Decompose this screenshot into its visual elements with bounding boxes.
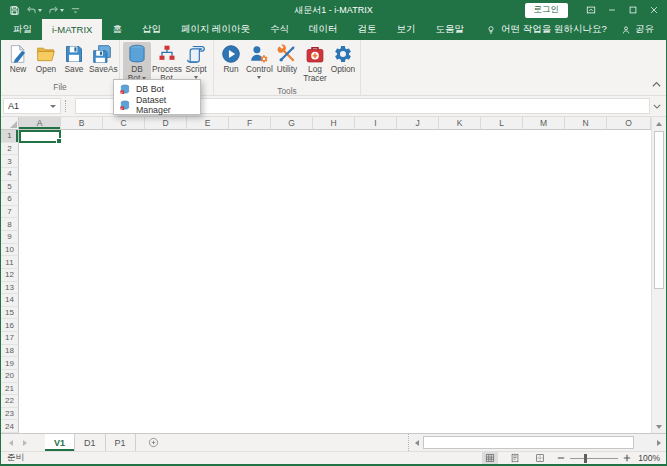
ribbon-tab-i-matrix[interactable]: i-MATRIX [42,19,102,40]
column-header-K[interactable]: K [439,117,481,130]
zoom-in-icon[interactable] [623,454,631,462]
column-header-I[interactable]: I [355,117,397,130]
login-button[interactable]: 로그인 [525,3,569,18]
column-header-M[interactable]: M [523,117,565,130]
column-header-C[interactable]: C [103,117,145,130]
ribbon-tab-삽입[interactable]: 삽입 [132,19,171,40]
sheet-tab-v1[interactable]: V1 [45,434,75,451]
utility-button[interactable]: Utility [273,42,301,75]
zoom-slider[interactable] [570,458,618,459]
column-header-F[interactable]: F [229,117,271,130]
row-header-20[interactable]: 20 [1,370,19,383]
name-box-caret[interactable] [50,105,56,108]
ribbon-tab-보기[interactable]: 보기 [387,19,426,40]
page-break-view-button[interactable] [532,452,548,464]
expand-formula-bar-button[interactable] [650,103,664,110]
row-header-3[interactable]: 3 [1,155,19,168]
tell-me-box[interactable]: 어떤 작업을 원하시나요? [486,19,607,40]
vertical-scrollbar[interactable] [651,117,666,433]
horizontal-scrollbar[interactable] [408,434,666,451]
column-header-G[interactable]: G [271,117,313,130]
column-header-O[interactable]: O [607,117,651,130]
row-header-7[interactable]: 7 [1,206,19,219]
scroll-down-button[interactable] [652,420,666,433]
menu-item-dataset-manager[interactable]: Dataset Manager [114,97,200,113]
row-header-18[interactable]: 18 [1,345,19,358]
row-header-6[interactable]: 6 [1,193,19,206]
ribbon-tab-데이터[interactable]: 데이터 [299,19,348,40]
ribbon-tab-수식[interactable]: 수식 [260,19,299,40]
column-header-N[interactable]: N [565,117,607,130]
minimize-button[interactable] [601,1,622,19]
row-header-10[interactable]: 10 [1,244,19,257]
row-header-8[interactable]: 8 [1,218,19,231]
new-button[interactable]: New [4,42,32,75]
column-header-J[interactable]: J [397,117,439,130]
row-header-1[interactable]: 1 [1,130,19,143]
row-header-23[interactable]: 23 [1,408,19,421]
column-header-H[interactable]: H [313,117,355,130]
column-header-D[interactable]: D [145,117,187,130]
column-header-L[interactable]: L [481,117,523,130]
zoom-out-icon[interactable] [557,454,565,462]
scroll-right-button[interactable] [652,434,665,451]
row-header-4[interactable]: 4 [1,168,19,181]
open-button[interactable]: Open [32,42,60,75]
row-header-16[interactable]: 16 [1,319,19,332]
log-tracer-button[interactable]: Log Tracer [301,42,329,85]
vertical-scroll-thumb[interactable] [654,131,664,289]
page-layout-view-button[interactable] [507,452,523,464]
row-header-9[interactable]: 9 [1,231,19,244]
redo-dropdown-caret[interactable] [60,9,64,12]
grid-cells[interactable] [19,130,651,433]
row-header-2[interactable]: 2 [1,143,19,156]
column-header-E[interactable]: E [187,117,229,130]
scroll-left-button[interactable] [410,434,423,451]
zoom-level-label[interactable]: 100% [636,453,660,463]
run-button[interactable]: Run [217,42,245,75]
redo-button[interactable] [46,4,66,17]
row-header-21[interactable]: 21 [1,383,19,396]
row-header-24[interactable]: 24 [1,420,19,433]
row-header-5[interactable]: 5 [1,181,19,194]
customize-qat-button[interactable] [68,4,83,17]
selected-cell-a1[interactable] [19,130,61,143]
collapse-ribbon-button[interactable] [652,74,661,92]
new-sheet-button[interactable] [148,434,159,451]
row-header-13[interactable]: 13 [1,282,19,295]
ribbon-tab-검토[interactable]: 검토 [348,19,387,40]
ribbon-display-options-button[interactable] [580,1,601,19]
row-header-15[interactable]: 15 [1,307,19,320]
row-header-14[interactable]: 14 [1,294,19,307]
horizontal-scroll-thumb[interactable] [423,436,634,449]
script-button[interactable]: Script [182,42,210,80]
row-header-12[interactable]: 12 [1,269,19,282]
ribbon-tab-홈[interactable]: 홈 [102,19,132,40]
undo-dropdown-caret[interactable] [38,9,42,12]
next-sheet-button[interactable] [23,440,27,446]
maximize-button[interactable] [622,1,643,19]
control-button[interactable]: Control [245,42,273,80]
share-button[interactable]: 공유 [621,19,666,40]
undo-button[interactable] [24,4,44,17]
save-button[interactable] [7,4,22,17]
sheet-tab-d1[interactable]: D1 [75,434,106,451]
scroll-up-button[interactable] [652,117,666,130]
zoom-slider-handle[interactable] [584,454,587,463]
row-header-11[interactable]: 11 [1,256,19,269]
name-box[interactable]: A1 [3,98,61,114]
select-all-corner[interactable] [1,117,19,130]
row-header-22[interactable]: 22 [1,395,19,408]
close-button[interactable] [643,1,664,19]
row-header-19[interactable]: 19 [1,357,19,370]
prev-sheet-button[interactable] [9,440,13,446]
sheet-tab-p1[interactable]: P1 [106,434,136,451]
column-header-A[interactable]: A [19,117,61,130]
ribbon-tab-도움말[interactable]: 도움말 [426,19,475,40]
save-as-button-small[interactable]: Save [60,42,88,75]
control-dropdown-caret[interactable] [257,76,261,79]
ribbon-tab-파일[interactable]: 파일 [3,19,42,40]
normal-view-button[interactable] [482,452,498,464]
ribbon-tab-페이지 레이아웃[interactable]: 페이지 레이아웃 [171,19,260,40]
row-header-17[interactable]: 17 [1,332,19,345]
